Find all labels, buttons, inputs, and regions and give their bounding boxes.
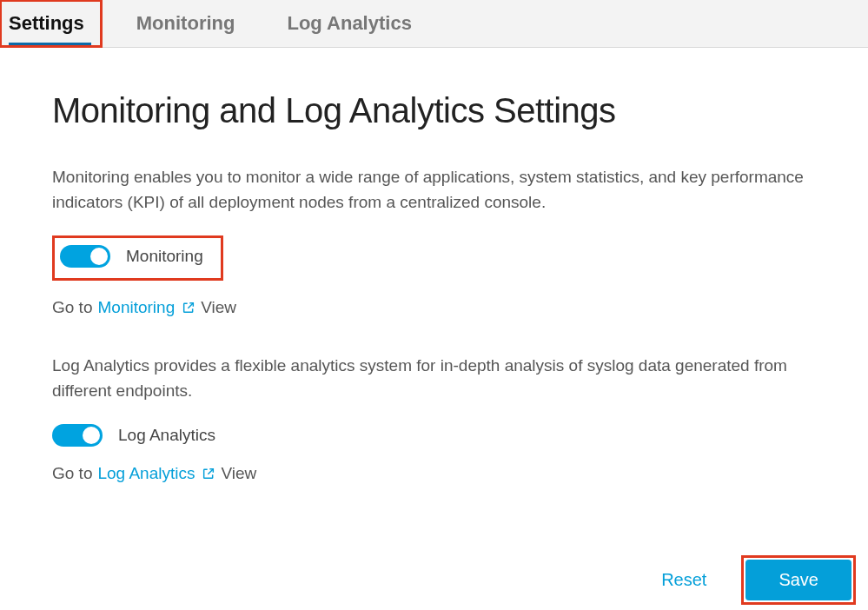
- monitoring-link-text: Monitoring: [97, 298, 175, 317]
- tab-label: Settings: [9, 12, 84, 34]
- log-analytics-toggle[interactable]: [52, 424, 103, 447]
- external-link-icon: [202, 467, 215, 481]
- tab-bar: Settings Monitoring Log Analytics: [0, 0, 868, 48]
- tab-monitoring[interactable]: Monitoring: [119, 0, 253, 47]
- log-analytics-description: Log Analytics provides a flexible analyt…: [52, 354, 817, 403]
- log-analytics-link[interactable]: Log Analytics: [97, 464, 215, 483]
- monitoring-toggle-highlight: Monitoring: [52, 235, 223, 281]
- log-analytics-goto-row: Go to Log Analytics View: [52, 464, 820, 483]
- footer-actions: Reset Save: [661, 555, 856, 605]
- monitoring-description: Monitoring enables you to monitor a wide…: [52, 165, 817, 215]
- monitoring-toggle-row: Monitoring: [60, 245, 203, 268]
- log-analytics-toggle-row: Log Analytics: [52, 424, 215, 447]
- content-area: Monitoring and Log Analytics Settings Mo…: [0, 48, 868, 483]
- tab-label: Log Analytics: [287, 12, 411, 34]
- tab-settings[interactable]: Settings: [0, 0, 102, 47]
- goto-prefix: Go to: [52, 298, 92, 317]
- monitoring-toggle[interactable]: [60, 245, 110, 268]
- goto-suffix: View: [221, 464, 256, 483]
- save-button[interactable]: Save: [745, 560, 851, 600]
- reset-button[interactable]: Reset: [661, 570, 706, 590]
- toggle-knob: [83, 427, 100, 444]
- save-highlight: Save: [741, 555, 856, 605]
- tab-label: Monitoring: [136, 12, 235, 34]
- monitoring-toggle-label: Monitoring: [126, 247, 203, 266]
- tab-log-analytics[interactable]: Log Analytics: [269, 0, 428, 47]
- log-analytics-link-text: Log Analytics: [97, 464, 195, 483]
- log-analytics-toggle-label: Log Analytics: [118, 426, 215, 445]
- monitoring-link[interactable]: Monitoring: [97, 298, 195, 317]
- external-link-icon: [182, 301, 195, 315]
- page-title: Monitoring and Log Analytics Settings: [52, 91, 820, 130]
- goto-suffix: View: [201, 298, 236, 317]
- goto-prefix: Go to: [52, 464, 92, 483]
- toggle-knob: [90, 248, 108, 265]
- monitoring-goto-row: Go to Monitoring View: [52, 298, 820, 317]
